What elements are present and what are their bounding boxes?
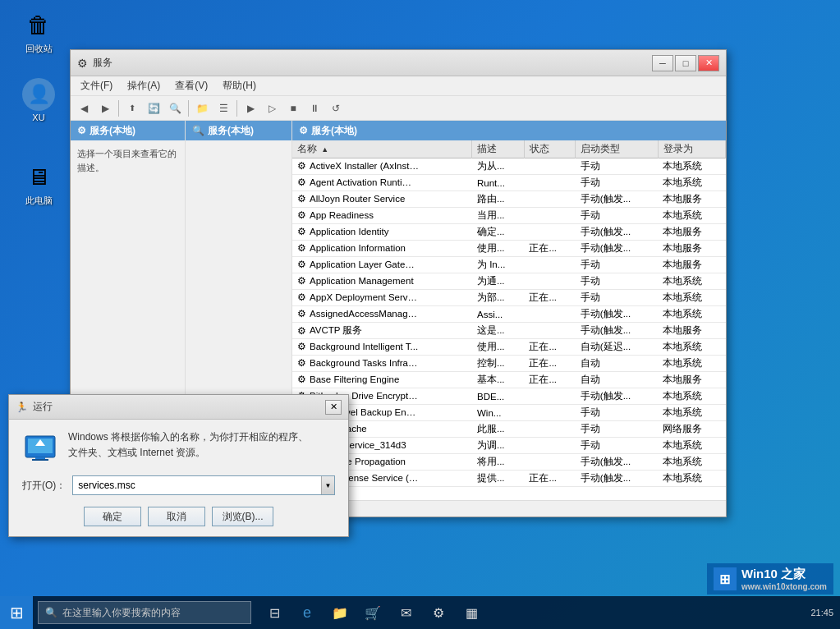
toolbar-play2[interactable]: ▷: [262, 99, 282, 118]
desktop-icon-computer[interactable]: 🖥 此电脑: [12, 160, 65, 207]
table-row[interactable]: ⚙ Application Information 使用... 正在... 手动…: [292, 241, 726, 257]
service-desc: 为从...: [472, 158, 524, 175]
col-desc-header[interactable]: 描述: [472, 140, 524, 158]
nav-title: 服务(本地): [90, 124, 135, 138]
table-row[interactable]: ⚙ AllJoyn Router Service 路由... 手动(触发... …: [292, 191, 726, 208]
table-row[interactable]: ⚙ Background Intelligent T... 使用... 正在..…: [292, 339, 726, 356]
toolbar-forward[interactable]: ▶: [95, 99, 115, 118]
taskbar-mail[interactable]: ✉: [391, 596, 420, 629]
taskbar-store[interactable]: 🛒: [358, 596, 388, 629]
run-input-container[interactable]: ▼: [72, 475, 335, 495]
service-status: [524, 191, 575, 208]
table-row[interactable]: ⚙ Block Level Backup Engi... Win... 手动 本…: [292, 405, 726, 421]
menu-action[interactable]: 操作(A): [121, 77, 167, 94]
table-row[interactable]: ⚙ Background Tasks Infras... 控制... 正在...…: [292, 356, 726, 372]
run-cancel-button[interactable]: 取消: [148, 507, 205, 526]
service-name: AppX Deployment Servic...: [310, 292, 419, 302]
toolbar-refresh[interactable]: 🔄: [144, 99, 163, 118]
table-row[interactable]: ⚙ Base Filtering Engine 基本... 正在... 自动 本…: [292, 372, 726, 388]
run-dropdown-button[interactable]: ▼: [321, 476, 334, 494]
table-row[interactable]: ⚙ App Readiness 当用... 手动 本地系统: [292, 208, 726, 224]
service-desc: BDE...: [472, 388, 524, 405]
service-desc: 为部...: [472, 290, 524, 306]
toolbar-folder[interactable]: 📁: [192, 99, 212, 118]
taskbar-search[interactable]: 🔍 在这里输入你要搜索的内容: [38, 601, 251, 624]
services-table-container[interactable]: 名称 ▲ 描述 状态 启动类型 登录为 ⚙ Ac: [292, 140, 726, 500]
taskbar-explorer[interactable]: 📁: [325, 596, 355, 629]
service-desc: 此服...: [472, 421, 524, 438]
table-row[interactable]: ⚙ Application Identity 确定... 手动(触发... 本地…: [292, 224, 726, 241]
table-row[interactable]: ⚙ Agent Activation Runtime... Runt... 手动…: [292, 175, 726, 191]
service-desc: Runt...: [472, 175, 524, 191]
table-row[interactable]: ⚙ AVCTP 服务 这是... 手动(触发... 本地服务: [292, 323, 726, 339]
service-start-type: 自动: [576, 356, 658, 372]
table-row[interactable]: ⚙ ActiveX Installer (AxInstSV) 为从... 手动 …: [292, 158, 726, 175]
toolbar-back[interactable]: ◀: [74, 99, 94, 118]
close-button[interactable]: ✕: [698, 55, 719, 71]
table-row[interactable]: ⚙ BitLocker Drive Encryptio... BDE... 手动…: [292, 388, 726, 405]
service-login: 本地服务: [658, 241, 725, 257]
toolbar-play[interactable]: ▶: [241, 99, 260, 118]
table-row[interactable]: ⚙ Application Layer Gatewa... 为 In... 手动…: [292, 257, 726, 273]
service-name: Application Layer Gatewa...: [310, 259, 419, 269]
service-desc: 基本...: [472, 372, 524, 388]
taskbar-search-icon: 🔍: [45, 607, 57, 618]
service-status: [524, 224, 575, 241]
toolbar-search[interactable]: 🔍: [165, 99, 185, 118]
col-name-header[interactable]: 名称 ▲: [292, 140, 472, 158]
run-body: Windows 将根据你输入的名称，为你打开相应的程序、 文件夹、文档或 Int…: [9, 420, 348, 536]
service-start-type: 手动: [576, 438, 658, 454]
run-ok-button[interactable]: 确定: [84, 507, 141, 526]
run-command-input[interactable]: [73, 477, 321, 494]
table-row[interactable]: ⚙ CaptureService_314d3 为调... 手动 本地系统: [292, 438, 726, 454]
col-status-header[interactable]: 状态: [524, 140, 575, 158]
service-login: 本地服务: [658, 257, 725, 273]
run-browse-button[interactable]: 浏览(B)...: [212, 507, 273, 526]
service-login: 本地系统: [658, 454, 725, 471]
table-row[interactable]: ⚙ Client License Service (Cli... 提供... 正…: [292, 471, 726, 487]
table-row[interactable]: ⚙ BranchCache 此服... 手动 网络服务: [292, 421, 726, 438]
recycle-bin-label: 回收站: [12, 43, 65, 55]
menu-view[interactable]: 查看(V): [168, 77, 214, 94]
toolbar-stop[interactable]: ■: [283, 99, 303, 118]
taskbar-edge[interactable]: e: [292, 596, 322, 629]
table-row[interactable]: ⚙ AppX Deployment Servic... 为部... 正在... …: [292, 290, 726, 306]
service-desc: Assi...: [472, 306, 524, 323]
service-start-type: 手动: [576, 208, 658, 224]
menu-help[interactable]: 帮助(H): [216, 77, 263, 94]
services-toolbar: ◀ ▶ ⬆ 🔄 🔍 📁 ☰ ▶ ▷ ■ ⏸ ↺: [71, 96, 726, 121]
table-row[interactable]: ⚙ Certificate Propagation 将用... 手动(触发...…: [292, 454, 726, 471]
col-login-header[interactable]: 登录为: [658, 140, 725, 158]
service-start-type: 手动(触发...: [576, 471, 658, 487]
run-input-row: 打开(O)： ▼: [22, 475, 335, 495]
taskbar-settings[interactable]: ⚙: [424, 596, 453, 629]
run-close-button[interactable]: ✕: [325, 400, 342, 415]
service-login: 本地系统: [658, 175, 725, 191]
toolbar-list[interactable]: ☰: [213, 99, 233, 118]
service-start-type: 手动: [576, 175, 658, 191]
menu-file[interactable]: 文件(F): [74, 77, 119, 94]
desktop-icon-recycle-bin[interactable]: 🗑 回收站: [12, 8, 65, 55]
taskbar-task-view[interactable]: ⊟: [259, 596, 289, 629]
minimize-button[interactable]: ─: [652, 55, 673, 71]
service-start-type: 手动(触发...: [576, 241, 658, 257]
service-desc: 控制...: [472, 356, 524, 372]
service-login: 本地系统: [658, 471, 725, 487]
desktop-icon-user[interactable]: 👤 XU: [12, 78, 65, 122]
maximize-button[interactable]: □: [675, 55, 696, 71]
service-name: Base Filtering Engine: [310, 374, 399, 384]
table-row[interactable]: ⚙ Application Management 为通... 手动 本地系统: [292, 273, 726, 290]
toolbar-up[interactable]: ⬆: [122, 99, 142, 118]
toolbar-restart[interactable]: ↺: [326, 99, 346, 118]
col-start-header[interactable]: 启动类型: [576, 140, 658, 158]
start-button[interactable]: ⊞: [0, 596, 33, 629]
toolbar-pause[interactable]: ⏸: [305, 99, 324, 118]
service-name: AssignedAccessManager...: [310, 309, 419, 319]
run-description: Windows 将根据你输入的名称，为你打开相应的程序、 文件夹、文档或 Int…: [68, 429, 335, 466]
sort-arrow-icon: ▲: [321, 145, 328, 154]
taskbar-extra[interactable]: ▦: [457, 596, 486, 629]
table-row[interactable]: ⚙ AssignedAccessManager... Assi... 手动(触发…: [292, 306, 726, 323]
service-name: ActiveX Installer (AxInstSV): [310, 161, 419, 171]
recycle-bin-icon: 🗑: [22, 8, 55, 41]
watermark-url: www.win10xtong.com: [741, 582, 827, 591]
